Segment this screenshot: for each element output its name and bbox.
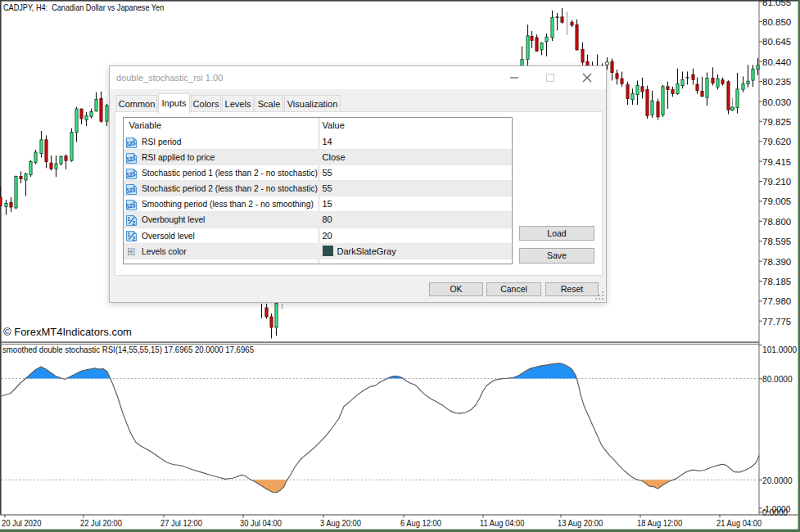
svg-text:1: 1: [127, 216, 130, 222]
svg-text:2: 2: [132, 220, 135, 226]
svg-text:123: 123: [126, 186, 136, 194]
svg-text:123: 123: [126, 155, 136, 163]
svg-text:123: 123: [126, 201, 136, 210]
svg-text:123: 123: [126, 170, 136, 178]
svg-text:2: 2: [132, 236, 135, 241]
svg-text:123: 123: [126, 139, 136, 147]
svg-text:1: 1: [127, 232, 130, 237]
